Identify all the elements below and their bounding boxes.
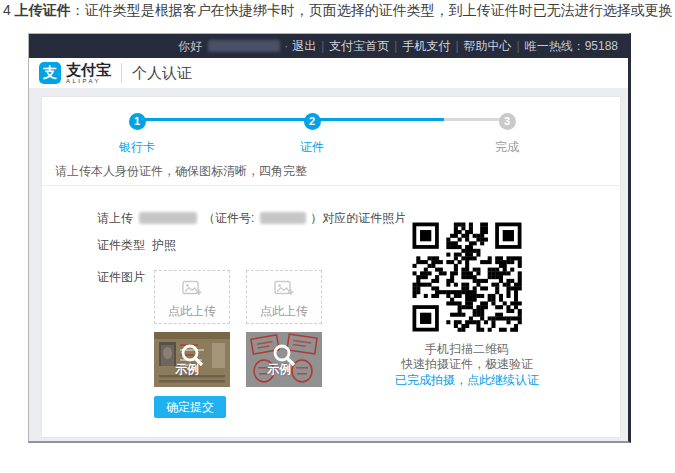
title-bold-text: 上传证件 — [15, 2, 71, 18]
cert-type-label: 证件类型 — [97, 238, 145, 252]
page-body: 1 银行卡 2 证件 3 完成 请上传本人身份证件，确保图标清晰，四角完整 请上… — [29, 88, 628, 441]
nav-link-alipay-home[interactable]: 支付宝首页 — [329, 39, 389, 53]
step-circle-2: 2 — [304, 113, 321, 130]
dot-separator: · — [284, 39, 288, 53]
qr-caption-line2: 快速拍摄证件，极速验证 — [377, 357, 557, 372]
example-overlay: 示例 — [246, 332, 322, 387]
example-label: 示例 — [267, 361, 291, 378]
qr-panel: 手机扫描二维码 快速拍摄证件，极速验证 已完成拍摄，点此继续认证 — [377, 215, 557, 388]
upload-notice-text: 请上传本人身份证件，确保图标清晰，四角完整 — [55, 163, 307, 180]
page-title: 4 上传证件：证件类型是根据客户在快捷绑卡时，页面选择的证件类型，到上传证件时已… — [3, 2, 675, 20]
example-overlay: 示例 — [154, 332, 230, 387]
section-divider — [42, 185, 620, 186]
cert-type-value: 护照 — [152, 238, 176, 252]
vertical-divider — [121, 63, 122, 83]
nav-separator: | — [321, 39, 324, 53]
qr-code — [405, 215, 529, 339]
step-label-certificate: 证件 — [272, 139, 352, 156]
step-complete: 3 完成 — [467, 111, 547, 156]
example-passport-stamp-page[interactable]: 示例 — [246, 332, 322, 387]
product-title: 个人认证 — [132, 64, 192, 83]
qr-caption-line1: 手机扫描二维码 — [377, 342, 557, 357]
cert-no-label: （证件号: — [203, 211, 254, 225]
nav-link-mobile-pay[interactable]: 手机支付 — [402, 39, 450, 53]
step-label-bank-card: 银行卡 — [97, 139, 177, 156]
cert-type-row: 证件类型护照 — [97, 237, 176, 254]
nav-separator: | — [394, 39, 397, 53]
add-image-icon — [182, 280, 202, 297]
submit-button[interactable]: 确定提交 — [154, 396, 226, 418]
continue-verification-link[interactable]: 已完成拍摄，点此继续认证 — [377, 373, 557, 388]
brand-subtitle: ALIPAY — [66, 78, 111, 84]
brand-name: 支付宝 — [66, 62, 111, 77]
logo-bar: 支 支付宝 ALIPAY 个人认证 — [29, 58, 628, 88]
step-label-complete: 完成 — [467, 139, 547, 156]
prompt-prefix: 请上传 — [97, 211, 133, 225]
alipay-browser-window: 你好·退出|支付宝首页|手机支付|帮助中心|唯一热线：95188 支 支付宝 A… — [28, 33, 631, 443]
upload-box-label: 点此上传 — [247, 303, 321, 320]
hotline-text: 唯一热线：95188 — [525, 39, 618, 53]
step-bank-card: 1 银行卡 — [97, 111, 177, 156]
alipay-logo-icon: 支 — [39, 62, 61, 84]
redacted-cert-number — [260, 212, 306, 224]
example-label: 示例 — [175, 361, 199, 378]
upload-box-label: 点此上传 — [155, 303, 229, 320]
alipay-brand: 支付宝 ALIPAY — [66, 62, 111, 84]
title-number: 4 — [3, 2, 15, 18]
top-navbar: 你好·退出|支付宝首页|手机支付|帮助中心|唯一热线：95188 — [29, 34, 628, 58]
title-rest-text: ：证件类型是根据客户在快捷绑卡时，页面选择的证件类型，到上传证件时已无法进行选择… — [71, 2, 673, 18]
upload-box-front[interactable]: 点此上传 — [154, 270, 230, 324]
main-panel: 1 银行卡 2 证件 3 完成 请上传本人身份证件，确保图标清晰，四角完整 请上… — [41, 96, 621, 438]
example-passport-photo-page[interactable]: 示例 — [154, 332, 230, 387]
step-circle-1: 1 — [129, 113, 146, 130]
upload-prompt-row: 请上传（证件号:）对应的证件照片 — [97, 210, 406, 227]
add-image-icon — [274, 280, 294, 297]
upload-box-back[interactable]: 点此上传 — [246, 270, 322, 324]
redacted-name — [139, 212, 197, 224]
redacted-username — [208, 40, 280, 52]
greeting-text: 你好 — [178, 39, 202, 53]
nav-separator: | — [455, 39, 458, 53]
nav-link-help-center[interactable]: 帮助中心 — [464, 39, 512, 53]
step-circle-3: 3 — [499, 113, 516, 130]
logout-link[interactable]: 退出 — [292, 39, 316, 53]
step-certificate: 2 证件 — [272, 111, 352, 156]
nav-separator: | — [517, 39, 520, 53]
cert-images-label: 证件图片 — [97, 269, 145, 286]
alipay-logo-glyph: 支 — [43, 64, 57, 82]
